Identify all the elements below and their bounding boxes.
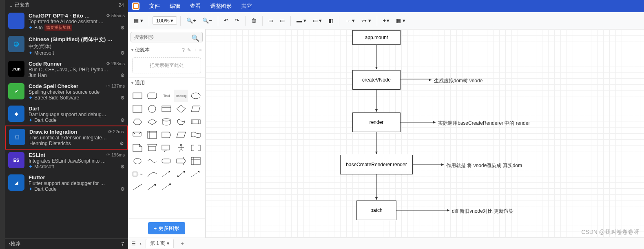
insert-button[interactable]: + ▾ [381, 16, 392, 25]
shape-item[interactable] [131, 142, 144, 154]
shape-item[interactable] [160, 168, 174, 180]
shape-item[interactable]: List item [131, 168, 144, 180]
shape-item[interactable] [145, 155, 159, 167]
svg-rect-28 [133, 172, 137, 176]
to-front-button[interactable]: ▭ [266, 16, 276, 25]
zoom-in-button[interactable]: 🔍+ [184, 16, 199, 25]
menu-edit[interactable]: 编辑 [170, 2, 180, 10]
shape-item[interactable] [145, 168, 159, 180]
shape-item[interactable] [131, 129, 144, 141]
gear-icon[interactable]: ⚙ [120, 95, 125, 101]
extension-item[interactable]: .run Code Runner ⟳ 268ms Run C, C++, Jav… [5, 58, 128, 81]
svg-rect-5 [162, 106, 171, 112]
extension-icon [8, 13, 24, 29]
shape-item[interactable] [189, 155, 203, 167]
svg-line-40 [162, 184, 170, 190]
shape-item[interactable] [145, 142, 159, 154]
shape-item[interactable] [174, 116, 188, 128]
edit-icon[interactable]: ✎ [187, 47, 191, 53]
shape-item[interactable] [131, 181, 144, 193]
extension-load-time: ⟳ 555ms [106, 13, 125, 18]
line-color-button[interactable]: ▭ ▾ [310, 16, 325, 25]
table-button[interactable]: ▦ ▾ [394, 16, 408, 25]
shape-item[interactable] [145, 90, 159, 102]
shape-item[interactable] [160, 116, 174, 128]
connection-button[interactable]: → ▾ [343, 16, 357, 25]
shape-item[interactable] [131, 116, 144, 128]
shape-item[interactable] [145, 181, 159, 193]
shape-item[interactable] [189, 90, 203, 102]
to-back-button[interactable]: ▭ [277, 16, 287, 25]
view-mode-button[interactable]: ▦ ▾ [131, 16, 146, 25]
menu-extras[interactable]: 其它 [241, 2, 252, 10]
gear-icon[interactable]: ⚙ [120, 25, 125, 31]
help-icon[interactable]: ? [182, 47, 185, 53]
prev-page-button[interactable]: ‹ [140, 241, 142, 247]
add-icon[interactable]: + [194, 47, 197, 53]
shape-item[interactable] [145, 116, 159, 128]
svg-line-32 [177, 171, 185, 177]
shape-item[interactable] [160, 129, 174, 141]
shape-item[interactable] [131, 103, 144, 115]
add-page-button[interactable]: + [178, 240, 187, 247]
shape-item[interactable] [145, 129, 159, 141]
extension-item[interactable]: ◢ Flutter Flutter support and debugger f… [5, 172, 128, 194]
scratchpad-header[interactable]: ▾ 便笺本 ? ✎ + × [128, 45, 205, 55]
shape-item[interactable] [189, 168, 203, 180]
shape-item[interactable] [189, 129, 203, 141]
shape-item[interactable] [189, 103, 203, 115]
menu-file[interactable]: 文件 [149, 2, 160, 10]
shape-item[interactable] [160, 103, 174, 115]
gear-icon[interactable]: ⚙ [120, 50, 125, 56]
zoom-out-button[interactable]: 🔍− [200, 16, 215, 25]
shape-item[interactable] [160, 142, 174, 154]
page-tab[interactable]: 第 1 页 ▾ [146, 239, 174, 248]
shape-item[interactable]: Text [160, 90, 174, 102]
undo-button[interactable]: ↶ [221, 16, 231, 25]
shape-item[interactable] [131, 90, 144, 102]
fill-color-button[interactable]: ▬ ▾ [294, 16, 309, 25]
waypoint-button[interactable]: ⊶ ▾ [359, 16, 374, 25]
shadow-button[interactable]: ◧ [326, 16, 336, 25]
svg-line-37 [133, 184, 142, 190]
shape-item[interactable] [174, 103, 188, 115]
shape-item[interactable]: Heading [174, 90, 188, 102]
extension-author: Bito [34, 25, 43, 31]
reload-badge[interactable]: 需要重新加载 [44, 24, 72, 31]
extension-item[interactable]: ES ESLint ⟳ 196ms Integrates ESLint Java… [5, 150, 128, 172]
canvas[interactable]: app.mount createVNode render baseCreateR… [206, 29, 644, 238]
gear-icon[interactable]: ⚙ [120, 141, 124, 146]
redo-button[interactable]: ↷ [232, 16, 242, 25]
shape-item[interactable] [174, 142, 188, 154]
extension-item[interactable]: ⬚ Draw.io Integration ⟳ 22ms This unoffi… [5, 126, 128, 150]
gear-icon[interactable]: ⚙ [120, 117, 125, 123]
installed-header[interactable]: ⌄ 已安装 24 [5, 0, 128, 10]
extension-item[interactable]: ChatGPT GPT-4 - Bito … ⟳ 555ms Top-rated… [5, 10, 128, 33]
close-icon[interactable]: × [199, 47, 202, 53]
shape-item[interactable] [174, 129, 188, 141]
svg-point-4 [148, 105, 156, 112]
general-header[interactable]: ▾ 通用 [128, 78, 205, 88]
more-shapes-button[interactable]: + 更多图形 [148, 222, 186, 234]
zoom-select[interactable]: 100% ▾ [153, 16, 177, 25]
shape-item[interactable] [189, 142, 203, 154]
gear-icon[interactable]: ⚙ [120, 164, 125, 170]
shape-item[interactable] [174, 168, 188, 180]
shape-item[interactable] [145, 103, 159, 115]
scratchpad-dropzone[interactable]: 把元素拖至此处 [132, 57, 201, 73]
menu-view[interactable]: 查看 [190, 2, 201, 10]
shape-item[interactable] [160, 181, 174, 193]
extension-item[interactable]: ◆ Dart Dart language support and debug… … [5, 103, 128, 126]
gear-icon[interactable]: ⚙ [120, 186, 125, 192]
shape-item[interactable] [174, 155, 188, 167]
shape-item[interactable] [160, 155, 174, 167]
shape-item[interactable] [189, 116, 203, 128]
recommend-header[interactable]: › 推荐 7 [5, 238, 128, 249]
extension-item[interactable]: 🌐 Chinese (Simplified) (简体中文) … 中文(简体) ✦… [5, 33, 128, 58]
gear-icon[interactable]: ⚙ [120, 73, 125, 78]
delete-button[interactable]: 🗑 [249, 16, 259, 25]
menu-arrange[interactable]: 调整图形 [210, 2, 232, 10]
shape-item[interactable] [131, 155, 144, 167]
pages-menu-icon[interactable]: ☰ [131, 241, 136, 247]
extension-item[interactable]: ✓ Code Spell Checker ⟳ 137ms Spelling ch… [5, 81, 128, 103]
